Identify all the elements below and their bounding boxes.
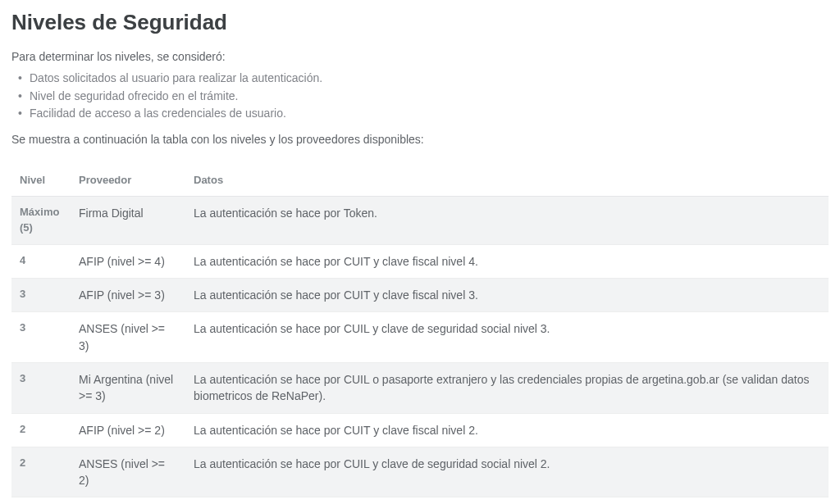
cell-proveedor: AFIP (nivel >= 3)	[71, 279, 185, 312]
cell-datos: La autenticación se hace por CUIL o pasa…	[185, 362, 829, 413]
table-row: 2ANSES (nivel >= 2)La autenticación se h…	[11, 447, 829, 497]
criteria-item: Facilidad de acceso a las credenciales d…	[11, 105, 829, 123]
header-nivel: Nivel	[11, 166, 71, 197]
table-row: 1ReNaPerLa autenticación se hace por DNI…	[11, 497, 829, 504]
cell-nivel: 3	[11, 279, 71, 312]
cell-nivel: Máximo(5)	[11, 197, 71, 245]
table-row: 3AFIP (nivel >= 3)La autenticación se ha…	[11, 279, 829, 312]
cell-nivel: 4	[11, 244, 71, 278]
cell-nivel: 3	[11, 362, 71, 413]
cell-proveedor: Firma Digital	[71, 197, 185, 245]
header-proveedor: Proveedor	[71, 166, 185, 197]
criteria-list: Datos solicitados al usuario para realiz…	[11, 70, 829, 123]
cell-proveedor: AFIP (nivel >= 2)	[71, 413, 185, 447]
cell-datos: La autenticación se hace por CUIT y clav…	[185, 279, 829, 312]
cell-datos: La autenticación se hace por CUIL y clav…	[185, 312, 829, 363]
table-row: 4AFIP (nivel >= 4)La autenticación se ha…	[11, 244, 829, 278]
cell-proveedor: ANSES (nivel >= 3)	[71, 312, 185, 363]
cell-nivel: 3	[11, 312, 71, 363]
cell-proveedor: Mi Argentina (nivel >= 3)	[71, 362, 185, 413]
cell-nivel: 1	[11, 497, 71, 504]
page-title: Niveles de Seguridad	[11, 10, 829, 35]
cell-proveedor: AFIP (nivel >= 4)	[71, 244, 185, 278]
cell-datos: La autenticación se hace por CUIT y clav…	[185, 413, 829, 447]
cell-datos: La autenticación se hace por CUIT y clav…	[185, 244, 829, 278]
cell-proveedor: ReNaPer	[71, 497, 185, 504]
cell-nivel: 2	[11, 447, 71, 497]
header-datos: Datos	[185, 166, 829, 197]
table-intro-text: Se muestra a continuación la tabla con l…	[11, 133, 829, 146]
levels-table: Nivel Proveedor Datos Máximo(5)Firma Dig…	[11, 166, 829, 504]
criteria-item: Nivel de seguridad ofrecido en el trámit…	[11, 88, 829, 106]
cell-nivel: 2	[11, 413, 71, 447]
table-row: Máximo(5)Firma DigitalLa autenticación s…	[11, 197, 829, 245]
cell-nivel-sub: (5)	[20, 220, 62, 236]
table-row: 3Mi Argentina (nivel >= 3)La autenticaci…	[11, 362, 829, 413]
intro-text: Para determinar los niveles, se consider…	[11, 50, 829, 63]
table-row: 3ANSES (nivel >= 3)La autenticación se h…	[11, 312, 829, 363]
table-header-row: Nivel Proveedor Datos	[11, 166, 829, 197]
table-row: 2AFIP (nivel >= 2)La autenticación se ha…	[11, 413, 829, 447]
cell-proveedor: ANSES (nivel >= 2)	[71, 447, 185, 497]
cell-datos: La autenticación se hace por CUIL y clav…	[185, 447, 829, 497]
cell-datos: La autenticación se hace por DNI, sexo y…	[185, 497, 829, 504]
cell-datos: La autenticación se hace por Token.	[185, 197, 829, 245]
criteria-item: Datos solicitados al usuario para realiz…	[11, 70, 829, 88]
